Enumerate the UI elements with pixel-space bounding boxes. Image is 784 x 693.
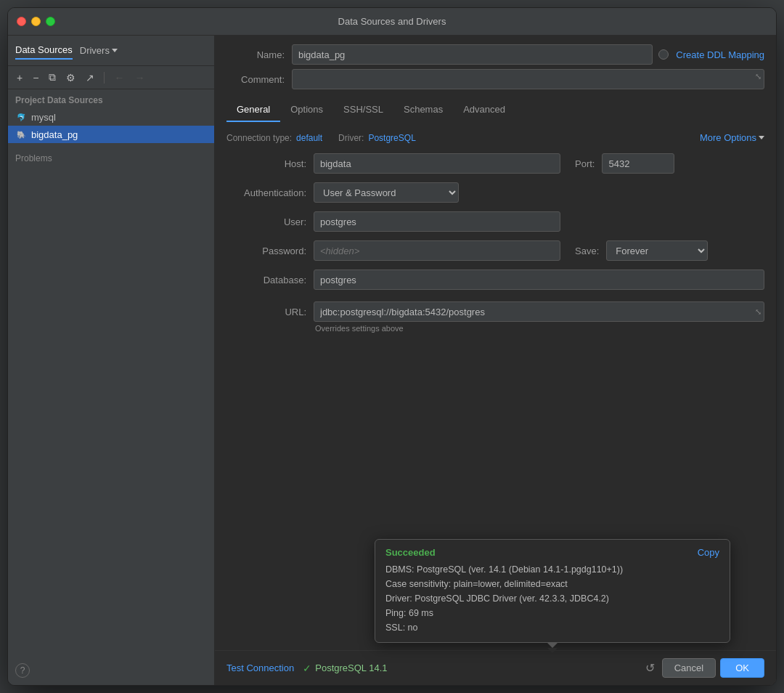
sidebar-toolbar: + − ⧉ ⚙ ↗ ← → xyxy=(8,66,214,89)
create-ddl-link[interactable]: Create DDL Mapping xyxy=(676,49,764,60)
tab-options[interactable]: Options xyxy=(280,98,333,122)
comment-row: Comment: ⤡ xyxy=(226,69,764,89)
database-label: Database: xyxy=(226,275,306,285)
save-select[interactable]: Forever Until restart Never xyxy=(606,240,708,261)
form-header: Name: Create DDL Mapping Comment: ⤡ xyxy=(215,36,776,95)
popup-arrow xyxy=(547,642,558,648)
add-button[interactable]: + xyxy=(14,70,25,85)
copy-datasource-button[interactable]: ⧉ xyxy=(46,70,59,85)
bottom-right: ↺ Cancel OK xyxy=(642,658,764,678)
field-group: Host: Port: Authentication: User & Passw… xyxy=(226,153,764,333)
more-options-link[interactable]: More Options xyxy=(700,132,764,143)
bottom-bar: Succeeded Copy DBMS: PostgreSQL (ver. 14… xyxy=(215,650,776,685)
sidebar-header: Data Sources Drivers xyxy=(8,36,214,66)
ok-button[interactable]: OK xyxy=(720,658,764,678)
mysql-icon: 🐬 xyxy=(15,111,27,123)
sidebar-item-bigdata-pg[interactable]: 🐘 bigdata_pg xyxy=(8,126,214,143)
problems-section: Problems xyxy=(8,149,214,168)
name-input[interactable] xyxy=(292,44,653,65)
password-input[interactable] xyxy=(314,240,560,261)
connection-type-value[interactable]: default xyxy=(296,133,322,143)
cancel-button[interactable]: Cancel xyxy=(662,658,716,678)
host-input[interactable] xyxy=(314,153,560,174)
tab-drivers[interactable]: Drivers xyxy=(80,45,118,56)
auth-row: Authentication: User & Password xyxy=(226,182,764,203)
password-label: Password: xyxy=(226,246,306,256)
url-field-wrapper: URL: ⤡ xyxy=(226,301,764,322)
tab-data-sources[interactable]: Data Sources xyxy=(15,41,73,60)
name-radio xyxy=(658,49,669,60)
help-button[interactable]: ? xyxy=(15,663,30,678)
popup-header: Succeeded Copy xyxy=(385,547,719,558)
name-row: Name: Create DDL Mapping xyxy=(226,44,764,65)
database-row: Database: xyxy=(226,270,764,290)
sidebar-item-label-mysql: mysql xyxy=(31,112,56,123)
popup-line-2: Case sensitivity: plain=lower, delimited… xyxy=(385,577,719,591)
comment-input-wrapper: ⤡ xyxy=(292,69,764,89)
database-input[interactable] xyxy=(314,270,764,290)
pg-icon: 🐘 xyxy=(15,129,27,140)
url-expand-button[interactable]: ⤡ xyxy=(755,307,761,317)
undo-button[interactable]: ↺ xyxy=(642,658,658,678)
user-label: User: xyxy=(226,216,306,227)
url-label: URL: xyxy=(226,307,306,317)
popup-line-1: DBMS: PostgreSQL (ver. 14.1 (Debian 14.1… xyxy=(385,562,719,577)
tab-advanced[interactable]: Advanced xyxy=(453,98,515,122)
expand-comment-button[interactable]: ⤡ xyxy=(755,72,761,81)
user-row: User: xyxy=(226,211,764,232)
copy-link[interactable]: Copy xyxy=(698,547,719,558)
succeeded-label: Succeeded xyxy=(385,547,436,558)
user-input[interactable] xyxy=(314,211,560,232)
section-label: Project Data Sources xyxy=(8,89,214,108)
remove-button[interactable]: − xyxy=(30,70,41,85)
more-options-chevron-icon xyxy=(759,136,764,139)
auth-select[interactable]: User & Password xyxy=(314,182,459,203)
tab-ssh-ssl[interactable]: SSH/SSL xyxy=(333,98,393,122)
popup-line-3: Driver: PostgreSQL JDBC Driver (ver. 42.… xyxy=(385,591,719,606)
popup-arrow-inner xyxy=(547,648,558,653)
config-button[interactable]: ⚙ xyxy=(63,70,78,85)
export-button[interactable]: ↗ xyxy=(83,70,97,85)
tab-general[interactable]: General xyxy=(226,98,280,122)
url-input-wrapper: ⤡ xyxy=(314,301,764,322)
sidebar: Data Sources Drivers + − ⧉ ⚙ ↗ ← → Proje… xyxy=(8,36,215,685)
port-input[interactable] xyxy=(602,153,674,174)
save-label: Save: xyxy=(575,246,599,256)
connection-type-bar: Connection type: default Driver: Postgre… xyxy=(226,132,764,143)
url-input[interactable] xyxy=(314,301,764,322)
url-overrides-note: Overrides settings above xyxy=(226,324,764,333)
port-label: Port: xyxy=(575,158,595,169)
sidebar-item-mysql[interactable]: 🐬 mysql xyxy=(8,108,214,126)
sidebar-item-label-pg: bigdata_pg xyxy=(31,129,78,140)
host-port-row: Host: Port: xyxy=(226,153,764,174)
titlebar: Data Sources and Drivers xyxy=(8,8,776,36)
comment-input[interactable] xyxy=(292,69,764,89)
window-controls xyxy=(17,17,55,26)
sidebar-footer: ? xyxy=(8,656,214,685)
back-button[interactable]: ← xyxy=(111,70,127,85)
host-label: Host: xyxy=(226,158,306,169)
popup-line-4: Ping: 69 ms xyxy=(385,606,719,620)
driver-label: Driver: xyxy=(338,133,364,143)
maximize-button[interactable] xyxy=(46,17,55,26)
connection-type-label: Connection type: xyxy=(226,133,292,143)
popup-line-5: SSL: no xyxy=(385,620,719,635)
success-popup: Succeeded Copy DBMS: PostgreSQL (ver. 14… xyxy=(375,539,730,643)
comment-label: Comment: xyxy=(226,74,285,85)
window-title: Data Sources and Drivers xyxy=(338,16,446,27)
test-connection-link[interactable]: Test Connection xyxy=(226,662,294,673)
tab-schemas[interactable]: Schemas xyxy=(393,98,453,122)
toolbar-separator xyxy=(104,72,105,84)
tabs-bar: General Options SSH/SSL Schemas Advanced xyxy=(215,98,776,122)
success-version: PostgreSQL 14.1 xyxy=(315,662,387,673)
auth-label: Authentication: xyxy=(226,187,306,198)
close-button[interactable] xyxy=(17,17,26,26)
main-layout: Data Sources Drivers + − ⧉ ⚙ ↗ ← → Proje… xyxy=(8,36,776,685)
driver-value[interactable]: PostgreSQL xyxy=(368,133,415,143)
right-panel: Name: Create DDL Mapping Comment: ⤡ xyxy=(215,36,776,685)
success-indicator: ✓ PostgreSQL 14.1 xyxy=(303,662,387,674)
url-row: URL: ⤡ Overrides settings above xyxy=(226,301,764,333)
minimize-button[interactable] xyxy=(31,17,41,26)
forward-button[interactable]: → xyxy=(131,70,147,85)
chevron-down-icon xyxy=(112,49,118,52)
